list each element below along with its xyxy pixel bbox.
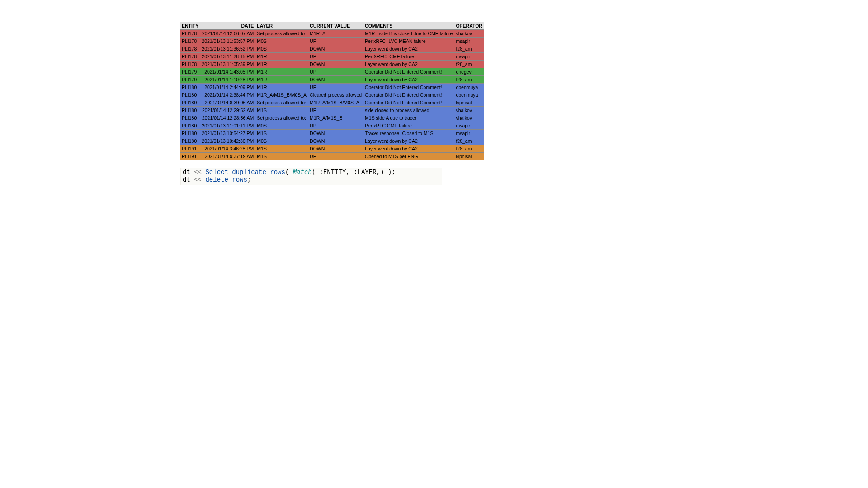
table-row[interactable]: PLI1782021/01/14 12:06:07 AMSet process … — [180, 30, 484, 38]
cell-date: 2021/01/14 1:10:28 PM — [200, 76, 255, 84]
col-comments: COMMENTS — [363, 22, 454, 30]
table-row[interactable]: PLI1792021/01/14 1:43:05 PMM1RUPOperator… — [180, 68, 484, 76]
cell-entity: PLI180 — [180, 122, 200, 130]
cell-current-value: M1R_A — [308, 30, 363, 38]
table-row[interactable]: PLI1802021/01/13 10:54:27 PMM1SDOWNTrace… — [180, 130, 484, 137]
cell-entity: PLI180 — [180, 114, 200, 122]
cell-operator: kipnisal — [454, 153, 484, 160]
cell-comments: Layer went down by CA2 — [363, 45, 454, 53]
col-entity: ENTITY — [180, 22, 200, 30]
table-row[interactable]: PLI1782021/01/13 11:05:39 PMM1RDOWNLayer… — [180, 61, 484, 68]
cell-entity: PLI179 — [180, 68, 200, 76]
table-row[interactable]: PLI1802021/01/14 2:44:09 PMM1RUPOperator… — [180, 84, 484, 91]
cell-comments: Operator Did Not Entered Comment! — [363, 91, 454, 99]
cell-entity: PLI180 — [180, 99, 200, 107]
cell-date: 2021/01/14 1:43:05 PM — [200, 68, 255, 76]
cell-current-value: DOWN — [308, 137, 363, 145]
cell-comments: Tracer response -Closed to M1S — [363, 130, 454, 137]
col-operator: OPERATOR — [454, 22, 484, 30]
cell-comments: Operator Did Not Entered Comment! — [363, 68, 454, 76]
cell-operator: msapir — [454, 130, 484, 137]
table-row[interactable]: PLI1782021/01/13 11:53:57 PMM0SUPPer xRF… — [180, 38, 484, 45]
cell-operator: vhaikov — [454, 107, 484, 114]
table-row[interactable]: PLI1912021/01/14 9:37:19 AMM1SUPOpened t… — [180, 153, 484, 160]
cell-operator: obenmuya — [454, 84, 484, 91]
table-row[interactable]: PLI1802021/01/13 11:01:11 PMM0SUPPer xRF… — [180, 122, 484, 130]
cell-layer: M1R — [255, 68, 308, 76]
cell-operator: onegev — [454, 68, 484, 76]
cell-layer: M1R — [255, 84, 308, 91]
cell-entity: PLI180 — [180, 137, 200, 145]
cell-entity: PLI180 — [180, 91, 200, 99]
cell-current-value: M1R_A/M1S_B — [308, 114, 363, 122]
cell-comments: Operator Did Not Entered Comment! — [363, 84, 454, 91]
cell-comments: Operator Did Not Entered Comment! — [363, 99, 454, 107]
cell-comments: M1R - side B is closed due to CME failur… — [363, 30, 454, 38]
table-row[interactable]: PLI1802021/01/13 10:42:36 PMM0SDOWNLayer… — [180, 137, 484, 145]
cell-layer: M0S — [255, 137, 308, 145]
cell-operator: obenmuya — [454, 91, 484, 99]
cell-entity: PLI178 — [180, 30, 200, 38]
cell-entity: PLI180 — [180, 130, 200, 137]
cell-date: 2021/01/14 12:06:07 AM — [200, 30, 255, 38]
cell-layer: M1S — [255, 153, 308, 160]
cell-current-value: UP — [308, 38, 363, 45]
table-row[interactable]: PLI1782021/01/13 11:36:52 PMM0SDOWNLayer… — [180, 45, 484, 53]
table-row[interactable]: PLI1792021/01/14 1:10:28 PMM1RDOWNLayer … — [180, 76, 484, 84]
cell-comments: Per XRFC -CME failure — [363, 53, 454, 61]
cell-entity: PLI178 — [180, 53, 200, 61]
cell-operator: f28_am — [454, 45, 484, 53]
cell-layer: Set process allowed to: — [255, 114, 308, 122]
cell-entity: PLI178 — [180, 38, 200, 45]
cell-comments: Layer went down by CA2 — [363, 76, 454, 84]
table-row[interactable]: PLI1802021/01/14 12:28:56 AMSet process … — [180, 114, 484, 122]
cell-current-value: DOWN — [308, 130, 363, 137]
cell-current-value: UP — [308, 153, 363, 160]
table-row[interactable]: PLI1782021/01/13 11:28:15 PMM1RUPPer XRF… — [180, 53, 484, 61]
cell-current-value: DOWN — [308, 145, 363, 153]
table-row[interactable]: PLI1802021/01/14 8:39:06 AMSet process a… — [180, 99, 484, 107]
cell-operator: f28_am — [454, 76, 484, 84]
cell-entity: PLI180 — [180, 107, 200, 114]
cell-date: 2021/01/14 2:44:09 PM — [200, 84, 255, 91]
cell-date: 2021/01/13 10:54:27 PM — [200, 130, 255, 137]
cell-layer: M1S — [255, 107, 308, 114]
cell-layer: M1R — [255, 76, 308, 84]
cell-current-value: UP — [308, 53, 363, 61]
table-row[interactable]: PLI1802021/01/14 2:38:44 PMM1R_A/M1S_B/M… — [180, 91, 484, 99]
cell-current-value: Cleared process allowed — [308, 91, 363, 99]
cell-current-value: DOWN — [308, 76, 363, 84]
cell-operator: vhaikov — [454, 114, 484, 122]
cell-operator: msapir — [454, 53, 484, 61]
cell-layer: Set process allowed to: — [255, 30, 308, 38]
cell-operator: f28_am — [454, 145, 484, 153]
cell-current-value: DOWN — [308, 61, 363, 68]
cell-operator: msapir — [454, 38, 484, 45]
cell-comments: Layer went down by CA2 — [363, 61, 454, 68]
cell-layer: M1S — [255, 130, 308, 137]
cell-date: 2021/01/13 10:42:36 PM — [200, 137, 255, 145]
cell-entity: PLI179 — [180, 76, 200, 84]
data-table: ENTITY DATE LAYER CURRENT VALUE COMMENTS… — [180, 22, 484, 160]
cell-current-value: UP — [308, 122, 363, 130]
cell-operator: f28_am — [454, 61, 484, 68]
cell-comments: Opened to M1S per ENG — [363, 153, 454, 160]
cell-entity: PLI178 — [180, 45, 200, 53]
table-row[interactable]: PLI1912021/01/14 3:46:28 PMM1SDOWNLayer … — [180, 145, 484, 153]
cell-layer: M1R_A/M1S_B/M0S_A — [255, 91, 308, 99]
cell-date: 2021/01/14 9:37:19 AM — [200, 153, 255, 160]
cell-comments: Per xRFC -LVC MEAN faiure — [363, 38, 454, 45]
cell-layer: M0S — [255, 38, 308, 45]
cell-comments: Per xRFC CME failure — [363, 122, 454, 130]
cell-entity: PLI191 — [180, 145, 200, 153]
table-row[interactable]: PLI1802021/01/14 12:29:52 AMM1SUPside cl… — [180, 107, 484, 114]
cell-date: 2021/01/13 11:01:11 PM — [200, 122, 255, 130]
cell-current-value: M1R_A/M1S_B/M0S_A — [308, 99, 363, 107]
cell-date: 2021/01/14 3:46:28 PM — [200, 145, 255, 153]
cell-date: 2021/01/13 11:36:52 PM — [200, 45, 255, 53]
cell-date: 2021/01/14 12:29:52 AM — [200, 107, 255, 114]
code-snippet: dt << Select duplicate rows( Match( :ENT… — [180, 168, 442, 185]
cell-current-value: UP — [308, 84, 363, 91]
cell-date: 2021/01/14 12:28:56 AM — [200, 114, 255, 122]
header-row: ENTITY DATE LAYER CURRENT VALUE COMMENTS… — [180, 22, 484, 30]
